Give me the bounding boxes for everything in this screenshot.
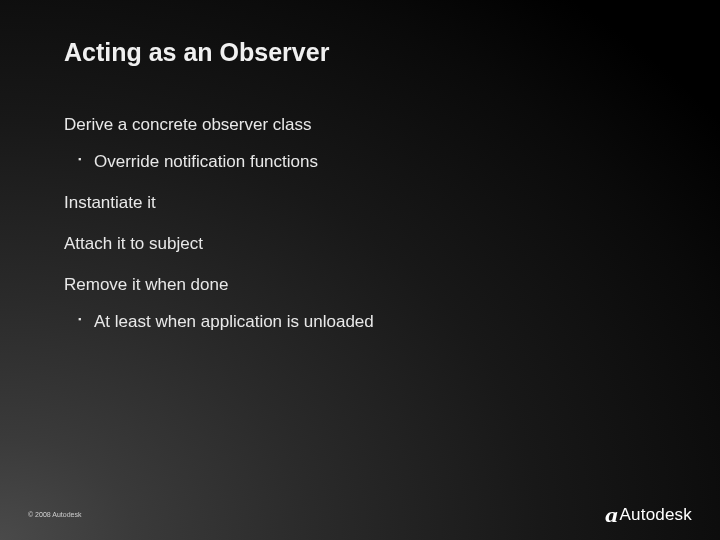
body-item-1-text: Derive a concrete observer class — [64, 115, 312, 134]
body-item-2: Instantiate it — [64, 192, 660, 215]
slide-title: Acting as an Observer — [64, 38, 329, 67]
body-item-3: Attach it to subject — [64, 233, 660, 256]
body-item-1: Derive a concrete observer class Overrid… — [64, 114, 660, 174]
body-item-1-sub-1: Override notification functions — [94, 151, 660, 174]
autodesk-logo: a Autodesk — [606, 504, 692, 526]
body-item-4-sub-1: At least when application is unloaded — [94, 311, 660, 334]
body-item-4: Remove it when done At least when applic… — [64, 274, 660, 334]
slide: Acting as an Observer Derive a concrete … — [0, 0, 720, 540]
copyright-footer: © 2008 Autodesk — [28, 511, 81, 518]
autodesk-logo-text: Autodesk — [620, 505, 692, 525]
body-item-4-text: Remove it when done — [64, 275, 228, 294]
slide-body: Derive a concrete observer class Overrid… — [64, 114, 660, 352]
autodesk-logo-mark-icon: a — [605, 504, 618, 526]
